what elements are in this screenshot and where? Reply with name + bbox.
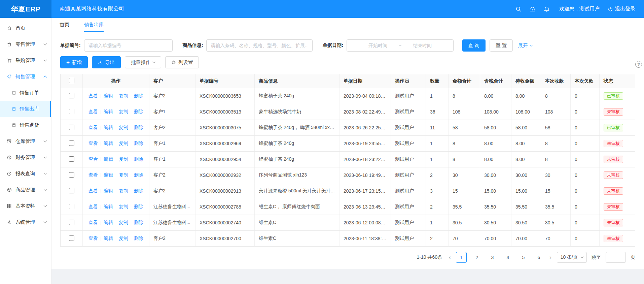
action-divider	[116, 141, 116, 146]
sidebar-item-label: 基本资料	[15, 203, 35, 209]
edit-link[interactable]: 编辑	[104, 140, 113, 146]
app-logo[interactable]: 华夏ERP	[0, 0, 51, 18]
row-checkbox[interactable]	[69, 125, 74, 130]
delete-link[interactable]: 删除	[134, 156, 143, 162]
delete-link[interactable]: 删除	[134, 109, 143, 114]
add-button[interactable]: + 新增	[60, 56, 88, 68]
row-checkbox[interactable]	[69, 235, 74, 241]
view-link[interactable]: 查看	[88, 220, 98, 225]
reset-button[interactable]: 重 置	[490, 39, 513, 52]
row-checkbox[interactable]	[69, 156, 74, 162]
receivable-cell: 70.00	[511, 231, 541, 247]
edit-link[interactable]: 编辑	[104, 235, 113, 241]
view-link[interactable]: 查看	[88, 204, 98, 209]
page-button-4[interactable]: 4	[502, 252, 513, 263]
prev-page-button[interactable]: ‹	[448, 254, 451, 260]
copy-link[interactable]: 复制	[119, 188, 128, 193]
delete-link[interactable]: 删除	[134, 93, 143, 98]
batch-actions-button[interactable]: 批量操作	[125, 56, 161, 68]
copy-link[interactable]: 复制	[119, 204, 128, 209]
copy-link[interactable]: 复制	[119, 172, 128, 178]
bell-icon[interactable]	[544, 6, 550, 12]
help-icon[interactable]: ?	[635, 61, 642, 68]
expand-link[interactable]: 展开	[518, 42, 532, 49]
page-size-select[interactable]: 10 条/页	[557, 252, 587, 263]
row-checkbox[interactable]	[69, 93, 74, 98]
delete-link[interactable]: 删除	[134, 125, 143, 130]
row-checkbox[interactable]	[69, 204, 74, 209]
sidebar-item-basic-data[interactable]: 基本资料	[0, 198, 51, 214]
date-end-input[interactable]	[403, 43, 441, 48]
row-checkbox[interactable]	[69, 109, 74, 114]
sidebar-item-system[interactable]: 系统管理	[0, 214, 51, 230]
column-settings-button[interactable]: 列设置	[165, 56, 199, 68]
search-button[interactable]: 查 询	[462, 39, 486, 52]
delete-link[interactable]: 删除	[134, 235, 143, 241]
logout-button[interactable]: 退出登录	[608, 6, 635, 12]
delete-link[interactable]: 删除	[134, 204, 143, 209]
sidebar-item-sales-order[interactable]: 销售订单	[0, 85, 51, 101]
row-checkbox[interactable]	[69, 172, 74, 178]
row-checkbox[interactable]	[69, 220, 74, 225]
jump-page-input[interactable]	[606, 252, 626, 263]
delete-link[interactable]: 删除	[134, 220, 143, 225]
platform-icon[interactable]	[530, 6, 536, 12]
date-range-picker[interactable]: ~	[347, 39, 454, 52]
view-link[interactable]: 查看	[88, 156, 98, 162]
date-start-input[interactable]	[359, 43, 397, 48]
delete-link[interactable]: 删除	[134, 172, 143, 178]
copy-link[interactable]: 复制	[119, 93, 128, 98]
tab-sales-outbound[interactable]: 销售出库	[84, 18, 104, 32]
edit-link[interactable]: 编辑	[104, 156, 113, 162]
copy-link[interactable]: 复制	[119, 235, 128, 241]
sidebar-item-sales[interactable]: 销售管理	[0, 68, 51, 85]
sidebar-item-finance[interactable]: 财务管理	[0, 149, 51, 165]
delete-link[interactable]: 删除	[134, 140, 143, 146]
view-link[interactable]: 查看	[88, 188, 98, 193]
page-button-3[interactable]: 3	[487, 252, 498, 263]
received-cell: 15	[541, 183, 571, 199]
sidebar-item-retail[interactable]: 零售管理	[0, 36, 51, 52]
view-link[interactable]: 查看	[88, 125, 98, 130]
sidebar-item-sales-outbound[interactable]: 销售出库	[0, 101, 51, 117]
view-link[interactable]: 查看	[88, 109, 98, 114]
copy-link[interactable]: 复制	[119, 156, 128, 162]
select-all-checkbox[interactable]	[69, 78, 74, 83]
row-checkbox[interactable]	[69, 188, 74, 193]
edit-link[interactable]: 编辑	[104, 125, 113, 130]
export-button[interactable]: 导出	[92, 56, 121, 68]
edit-link[interactable]: 编辑	[104, 172, 113, 178]
view-link[interactable]: 查看	[88, 140, 98, 146]
edit-link[interactable]: 编辑	[104, 220, 113, 225]
copy-link[interactable]: 复制	[119, 220, 128, 225]
bill-no-input[interactable]	[84, 39, 173, 52]
search-icon[interactable]	[515, 6, 522, 12]
page-button-1[interactable]: 1	[456, 252, 467, 263]
main-area: 首页 销售出库 单据编号: 商品信息: 单据日期: ~ 查 询	[51, 18, 644, 284]
row-checkbox[interactable]	[69, 140, 74, 146]
copy-link[interactable]: 复制	[119, 125, 128, 130]
sidebar-item-home[interactable]: 首页	[0, 20, 51, 36]
edit-link[interactable]: 编辑	[104, 109, 113, 114]
view-link[interactable]: 查看	[88, 93, 98, 98]
delete-link[interactable]: 删除	[134, 188, 143, 193]
view-link[interactable]: 查看	[88, 172, 98, 178]
edit-link[interactable]: 编辑	[104, 93, 113, 98]
next-page-button[interactable]: ›	[549, 254, 552, 260]
edit-link[interactable]: 编辑	[104, 188, 113, 193]
copy-link[interactable]: 复制	[119, 140, 128, 146]
page-button-6[interactable]: 6	[533, 252, 544, 263]
tab-home[interactable]: 首页	[60, 18, 69, 32]
sidebar-item-report[interactable]: 报表查询	[0, 165, 51, 182]
sidebar-item-sales-return[interactable]: 销售退货	[0, 117, 51, 133]
product-info-input[interactable]	[206, 39, 313, 52]
view-link[interactable]: 查看	[88, 235, 98, 241]
copy-link[interactable]: 复制	[119, 109, 128, 114]
sidebar-item-purchase[interactable]: 采购管理	[0, 52, 51, 68]
page-button-5[interactable]: 5	[518, 252, 529, 263]
tax-amount-cell: 58.00	[480, 120, 511, 136]
sidebar-item-warehouse[interactable]: 仓库管理	[0, 133, 51, 149]
edit-link[interactable]: 编辑	[104, 204, 113, 209]
sidebar-item-goods[interactable]: 商品管理	[0, 182, 51, 198]
page-button-2[interactable]: 2	[471, 252, 482, 263]
